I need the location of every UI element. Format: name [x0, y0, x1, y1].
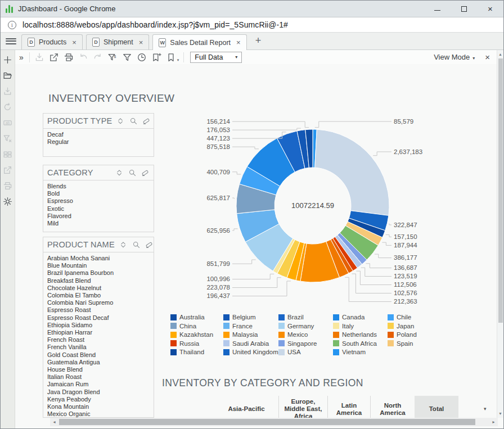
redo-icon[interactable]: [93, 52, 103, 62]
legend-item-australia[interactable]: Australia: [170, 314, 223, 320]
tab-sales-detail-report[interactable]: W Sales Detail Report ×: [152, 34, 246, 50]
rename-icon[interactable]: ab: [3, 118, 12, 128]
filter-item[interactable]: Breakfast Blend: [47, 277, 150, 285]
legend-item-singapore[interactable]: Singapore: [278, 340, 333, 347]
expand-icon[interactable]: [119, 241, 128, 249]
filter-item[interactable]: Brazil Ipanema Bourbon: [47, 269, 150, 277]
clear-filter-icon[interactable]: [3, 134, 12, 143]
open-folder-icon[interactable]: [3, 71, 12, 80]
filter-item[interactable]: Espresso Roast Decaf: [47, 314, 150, 322]
search-icon[interactable]: [132, 241, 141, 249]
vertical-scrollbar-thumb[interactable]: [498, 58, 503, 323]
filter-item[interactable]: Colombia Nari Supremo: [47, 299, 150, 306]
info-icon[interactable]: i: [8, 21, 16, 29]
filter-item[interactable]: Jamaican Rum: [47, 381, 150, 388]
legend-item-china[interactable]: China: [170, 323, 223, 329]
legend-item-vietnam[interactable]: Vietnam: [333, 349, 388, 355]
scroll-left-icon[interactable]: ◂: [51, 418, 58, 426]
close-tab-icon[interactable]: ×: [236, 38, 241, 47]
column-asia-pacific[interactable]: Asia-Pacific: [214, 396, 278, 418]
scroll-down-icon[interactable]: ▼: [497, 410, 503, 417]
import-icon[interactable]: [3, 87, 12, 96]
filter-item[interactable]: Espresso Roast: [47, 306, 150, 314]
legend-item-malaysia[interactable]: Malaysia: [223, 331, 278, 338]
legend-item-japan[interactable]: Japan: [388, 323, 436, 329]
filter-item[interactable]: Decaf: [47, 131, 150, 138]
filter-item[interactable]: Ethiopia Sidamo: [47, 322, 150, 329]
toolbar-overflow-icon[interactable]: »: [19, 53, 24, 62]
filter-item[interactable]: Java Dragon Blend: [47, 389, 150, 396]
menu-icon[interactable]: [6, 37, 16, 46]
legend-item-canada[interactable]: Canada: [333, 314, 388, 320]
new-icon[interactable]: [3, 55, 12, 65]
filter-item[interactable]: Colombia El Tambo: [47, 292, 150, 299]
column-emea[interactable]: Europe, Middle East, Africa: [278, 396, 328, 418]
legend-item-saudi-arabia[interactable]: Saudi Arabia: [223, 340, 278, 347]
legend-item-mexico[interactable]: Mexico: [278, 331, 333, 338]
clear-selection-icon[interactable]: [142, 117, 151, 125]
column-latin-america[interactable]: Latin America: [328, 396, 371, 418]
filter-item[interactable]: Guatemala Antigua: [47, 359, 150, 366]
filter-item[interactable]: Chocolate Hazelnut: [47, 285, 150, 292]
legend-item-kazakhstan[interactable]: Kazakhstan: [170, 331, 223, 338]
export-icon[interactable]: [3, 165, 12, 175]
filter-item[interactable]: Italian Roast: [47, 373, 150, 381]
vertical-scrollbar[interactable]: ▲ ▼: [497, 50, 503, 418]
horizontal-scrollbar[interactable]: ◂ ▸: [50, 418, 498, 426]
add-bookmark-icon[interactable]: [151, 52, 161, 62]
filter-item[interactable]: Exotic: [47, 205, 150, 213]
url-text[interactable]: localhost:8888/webos/app/dashboard/index…: [22, 20, 288, 29]
expand-icon[interactable]: [116, 117, 125, 125]
undo-icon[interactable]: [78, 52, 88, 62]
column-total[interactable]: Total: [415, 396, 458, 418]
expand-icon[interactable]: [115, 169, 124, 177]
close-tab-icon[interactable]: ×: [139, 38, 143, 47]
legend-item-united-kingdom[interactable]: United Kingdom: [223, 349, 278, 355]
filter-item[interactable]: Kona Mountain: [47, 403, 150, 410]
legend-item-russia[interactable]: Russia: [170, 340, 223, 347]
legend-item-thailand[interactable]: Thailand: [170, 349, 223, 355]
legend-item-netherlands[interactable]: Netherlands: [333, 331, 388, 338]
save-icon[interactable]: [34, 52, 44, 62]
search-icon[interactable]: [128, 169, 137, 177]
legend-item-france[interactable]: France: [223, 323, 278, 329]
layout-icon[interactable]: [3, 150, 12, 159]
legend-item-chile[interactable]: Chile: [388, 314, 436, 320]
close-tab-icon[interactable]: ×: [72, 38, 76, 47]
filter-item[interactable]: Mexico Organic: [47, 410, 150, 418]
export-report-icon[interactable]: [49, 52, 59, 62]
refresh-icon[interactable]: [3, 102, 12, 112]
filter-item[interactable]: Blends: [47, 183, 150, 190]
minimize-button[interactable]: [424, 1, 451, 17]
filter-item[interactable]: Gold Coast Blend: [47, 351, 150, 359]
filter-item[interactable]: Arabian Mocha Sanani: [47, 255, 150, 262]
maximize-button[interactable]: [451, 1, 477, 17]
filter-item[interactable]: Ethiopian Harrar: [47, 329, 150, 336]
filter-item[interactable]: Mild: [47, 220, 150, 227]
close-button[interactable]: ×: [477, 1, 503, 17]
filter-item[interactable]: Flavored: [47, 213, 150, 220]
scroll-right-icon[interactable]: ▸: [490, 418, 497, 426]
legend-item-poland[interactable]: Poland: [388, 331, 436, 338]
clear-selection-icon[interactable]: [141, 169, 150, 177]
legend-item-usa[interactable]: USA: [278, 349, 333, 355]
history-icon[interactable]: [137, 52, 147, 62]
filter-values-icon[interactable]: $: [107, 52, 118, 62]
filter-item[interactable]: House Blend: [47, 366, 150, 373]
close-report-icon[interactable]: ×: [485, 52, 490, 62]
table-options-caret-icon[interactable]: ▾: [484, 406, 487, 412]
filter-item[interactable]: Regular: [47, 138, 150, 146]
print-icon[interactable]: [3, 181, 12, 191]
filter-item[interactable]: Kenya Peabody: [47, 396, 150, 403]
column-north-america[interactable]: North America: [371, 396, 415, 418]
bookmark-menu-caret-icon[interactable]: ▾: [177, 58, 179, 62]
bookmark-icon[interactable]: [166, 52, 176, 62]
filter-icon[interactable]: [122, 52, 132, 62]
filter-item[interactable]: Bold: [47, 190, 150, 197]
scroll-up-icon[interactable]: ▲: [497, 51, 503, 58]
dataset-select[interactable]: Full Data ▾: [190, 52, 242, 63]
clear-selection-icon[interactable]: [145, 241, 154, 249]
legend-item-spain[interactable]: Spain: [388, 340, 436, 347]
new-tab-button[interactable]: +: [255, 35, 262, 46]
legend-item-belgium[interactable]: Belgium: [223, 314, 278, 320]
